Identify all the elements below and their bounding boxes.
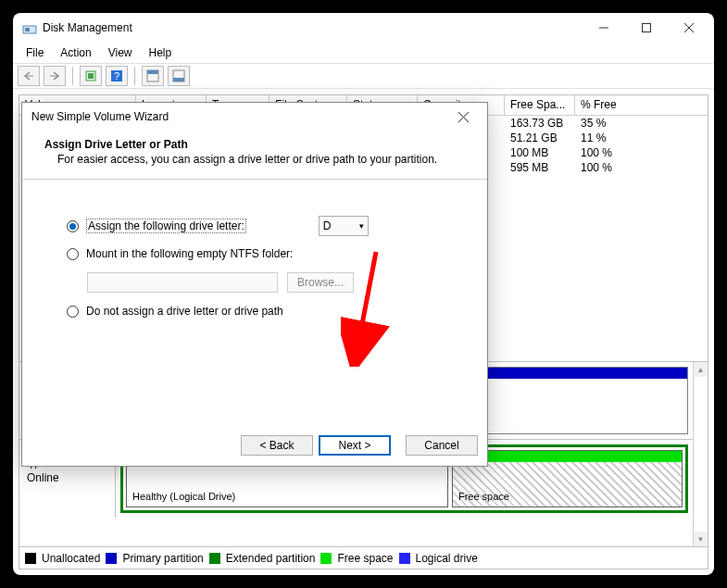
- th-pctfree[interactable]: % Free: [575, 95, 708, 115]
- legend-swatch-logical: [399, 553, 410, 564]
- radio-assign-letter[interactable]: [67, 220, 79, 232]
- next-button[interactable]: Next >: [319, 435, 391, 456]
- app-icon: [22, 20, 37, 35]
- svg-rect-1: [25, 28, 30, 31]
- svg-rect-13: [147, 70, 158, 74]
- menubar: File Action View Help: [13, 43, 714, 63]
- svg-rect-15: [173, 78, 184, 81]
- browse-button: Browse...: [287, 272, 354, 293]
- cancel-button[interactable]: Cancel: [406, 435, 478, 456]
- radio-no-letter[interactable]: [67, 306, 79, 318]
- chevron-down-icon: ▾: [359, 221, 364, 231]
- svg-line-4: [684, 23, 694, 32]
- dialog-title: New Simple Volume Wizard: [31, 110, 169, 123]
- scroll-up-icon[interactable]: ▲: [694, 362, 708, 377]
- legend-swatch-primary: [106, 553, 117, 564]
- close-button[interactable]: [668, 13, 710, 43]
- radio-mount-folder-label: Mount in the following empty NTFS folder…: [86, 247, 293, 260]
- mount-folder-input: [87, 272, 278, 293]
- menu-action[interactable]: Action: [53, 44, 98, 61]
- svg-text:?: ?: [114, 70, 119, 81]
- view-top-button[interactable]: [142, 66, 164, 86]
- dialog-close-button[interactable]: [448, 106, 478, 128]
- nav-back-button[interactable]: [18, 66, 40, 86]
- drive-letter-select[interactable]: D ▾: [319, 216, 369, 236]
- disk-panel-scrollbar[interactable]: ▲ ▼: [693, 362, 708, 546]
- help-button[interactable]: ?: [106, 66, 128, 86]
- minimize-button[interactable]: [583, 13, 625, 43]
- radio-assign-letter-label: Assign the following drive letter:: [86, 219, 246, 233]
- maximize-button[interactable]: [625, 13, 668, 43]
- menu-view[interactable]: View: [101, 44, 140, 61]
- close-icon: [458, 112, 469, 122]
- toolbar: ?: [13, 63, 714, 89]
- nav-fwd-button[interactable]: [44, 66, 66, 86]
- dialog-heading: Assign Drive Letter or Path: [44, 138, 465, 151]
- svg-rect-9: [88, 73, 94, 79]
- scroll-down-icon[interactable]: ▼: [694, 532, 708, 546]
- back-button[interactable]: < Back: [241, 435, 313, 456]
- radio-mount-folder[interactable]: [67, 248, 79, 260]
- legend: Unallocated Primary partition Extended p…: [19, 546, 708, 569]
- radio-no-letter-label: Do not assign a drive letter or drive pa…: [86, 305, 283, 318]
- svg-line-5: [684, 23, 694, 32]
- window-title: Disk Management: [43, 21, 132, 34]
- th-free[interactable]: Free Spa...: [505, 95, 575, 115]
- menu-file[interactable]: File: [19, 44, 51, 61]
- menu-help[interactable]: Help: [142, 44, 180, 61]
- dialog-subtitle: For easier access, you can assign a driv…: [44, 153, 465, 166]
- legend-swatch-free: [320, 553, 332, 564]
- refresh-button[interactable]: [80, 66, 102, 86]
- svg-rect-3: [643, 24, 651, 32]
- titlebar: Disk Management: [13, 13, 714, 43]
- legend-swatch-extended: [209, 553, 220, 564]
- wizard-dialog: New Simple Volume Wizard Assign Drive Le…: [21, 102, 488, 467]
- legend-swatch-unallocated: [25, 553, 36, 564]
- view-bottom-button[interactable]: [168, 66, 190, 86]
